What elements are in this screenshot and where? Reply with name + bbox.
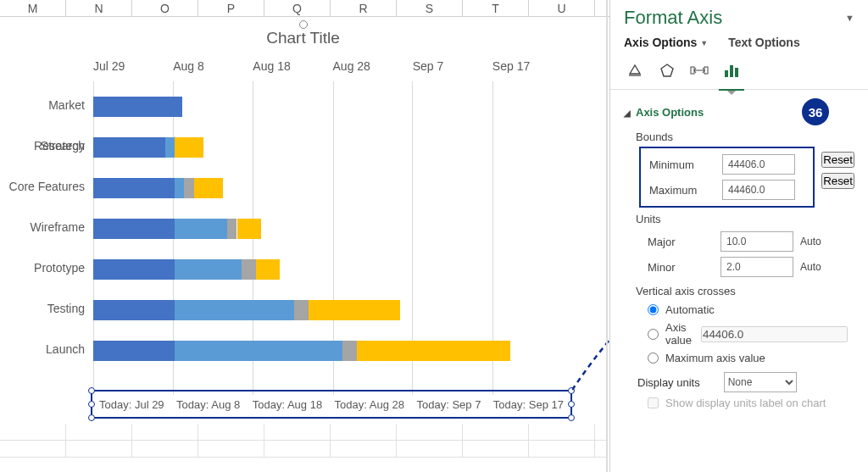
fill-line-icon[interactable] [624,59,646,81]
chart-resize-handle[interactable] [299,20,308,29]
selection-handle[interactable] [568,414,575,421]
svg-marker-1 [661,64,673,76]
category-label: Launch [0,329,93,369]
category-label: Testing [0,288,93,329]
major-label: Major [648,236,714,248]
axis-tick-label: Aug 18 [253,59,332,76]
svg-rect-5 [725,70,728,77]
pane-title-text: Format Axis [624,7,722,29]
bar-row [93,125,572,166]
axis-tick-label: Aug 8 [173,59,253,76]
reset-max-button[interactable]: Reset [821,173,854,189]
col-header[interactable]: T [463,0,529,16]
crosses-max-radio[interactable]: Maximum axis value [624,349,854,367]
axis-tick-label: Jul 29 [93,59,173,76]
secondary-tick: Today: Sep 7 [416,398,481,411]
effects-icon[interactable] [656,59,678,81]
category-label: Strategy [0,125,93,166]
secondary-x-axis-selected[interactable]: Today: Jul 29 Today: Aug 8 Today: Aug 18… [91,390,572,419]
display-units-label: Display units [637,376,700,389]
bar-row [93,207,572,247]
secondary-tick: Today: Sep 17 [493,398,564,411]
selection-handle[interactable] [568,401,575,408]
selection-handle[interactable] [88,387,95,394]
primary-x-axis[interactable]: Jul 29 Aug 8 Aug 18 Aug 28 Sep 7 Sep 17 [93,59,572,76]
minimum-input[interactable] [722,154,795,175]
col-header[interactable]: S [397,0,463,16]
maximum-input[interactable] [722,180,795,200]
chevron-down-icon: ▼ [700,39,708,47]
minor-auto-label[interactable]: Auto [800,261,821,273]
col-header[interactable]: U [529,0,595,16]
annotation-badge: 36 [802,98,829,125]
bar-row [93,85,572,125]
svg-rect-0 [629,75,641,76]
axis-tick-label: Sep 7 [413,59,492,76]
crosses-automatic-radio[interactable]: Automatic [624,301,854,319]
bar-row [93,288,572,329]
minor-label: Minor [648,261,714,274]
secondary-tick: Today: Jul 29 [99,398,164,411]
col-header[interactable]: O [132,0,198,16]
secondary-tick: Today: Aug 28 [335,398,404,411]
worksheet-cells[interactable] [0,424,606,472]
category-label: Market Research [0,85,93,125]
category-label: Prototype [0,247,93,288]
bar-row [93,166,572,207]
category-axis[interactable]: Market Research Strategy Core Features W… [0,85,93,369]
secondary-tick: Today: Aug 8 [176,398,240,411]
minimum-label: Minimum [649,158,715,171]
pane-splitter[interactable] [606,0,608,472]
axis-tick-label: Aug 28 [333,59,413,76]
col-header[interactable]: N [66,0,132,16]
bar-row [93,247,572,288]
bar-row [93,329,572,369]
section-axis-options[interactable]: Axis Options [624,106,704,119]
reset-min-button[interactable]: Reset [821,152,854,168]
bounds-highlight-box: Minimum Maximum [639,147,815,208]
secondary-tick: Today: Aug 18 [253,398,322,411]
pane-menu-icon[interactable]: ▼ [845,13,854,23]
minor-unit-input[interactable] [721,257,793,277]
plot-area[interactable] [93,85,572,369]
chart-object[interactable]: Chart Title Jul 29 Aug 8 Aug 18 Aug 28 S… [0,17,606,424]
svg-rect-6 [730,65,733,77]
tab-axis-options[interactable]: Axis Options ▼ [624,36,708,49]
display-units-select[interactable]: None [724,372,797,392]
svg-rect-7 [735,68,738,77]
selection-handle[interactable] [568,387,575,394]
col-header[interactable]: Q [264,0,331,16]
major-unit-input[interactable] [721,231,793,252]
col-header[interactable]: P [198,0,264,16]
size-properties-icon[interactable] [688,59,710,81]
maximum-label: Maximum [649,184,715,197]
crosses-value-radio[interactable]: Axis value [624,319,854,349]
show-units-label-checkbox: Show display units label on chart [624,394,854,412]
category-label: Wireframe [0,207,93,247]
col-header[interactable]: M [0,0,66,16]
col-header[interactable]: R [331,0,397,16]
crosses-value-input [701,326,848,342]
format-axis-pane: Format Axis ▼ Axis Options ▼ Text Option… [609,0,868,472]
bounds-label: Bounds [624,125,854,147]
crosses-label: Vertical axis crosses [624,280,854,301]
major-auto-label[interactable]: Auto [800,236,821,247]
units-label: Units [624,208,854,229]
axis-options-icon[interactable] [721,59,743,81]
tab-text-options[interactable]: Text Options [728,36,800,49]
axis-tick-label: Sep 17 [492,59,572,76]
selection-handle[interactable] [88,414,95,421]
category-label: Core Features [0,166,93,207]
selection-handle[interactable] [88,401,95,408]
